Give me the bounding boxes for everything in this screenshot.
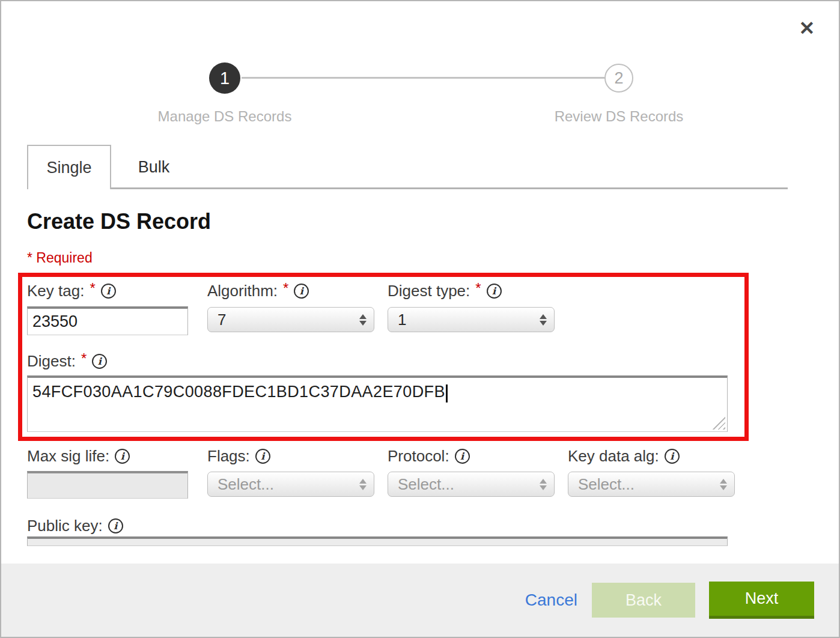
tab-single-label: Single bbox=[46, 159, 91, 177]
key-data-alg-select-value: Select... bbox=[578, 475, 635, 494]
digest-type-select[interactable]: 1 bbox=[388, 307, 555, 332]
digest-type-select-value: 1 bbox=[398, 311, 406, 329]
cancel-button[interactable]: Cancel bbox=[525, 591, 577, 610]
key-tag-input[interactable] bbox=[27, 306, 188, 335]
info-icon[interactable]: i bbox=[108, 518, 123, 533]
public-key-label-row: Public key: i bbox=[27, 516, 123, 535]
flags-select-value: Select... bbox=[218, 475, 274, 494]
required-asterisk: * bbox=[90, 280, 95, 297]
page-title: Create DS Record bbox=[27, 209, 211, 234]
tab-single[interactable]: Single bbox=[27, 145, 111, 189]
info-icon[interactable]: i bbox=[487, 284, 502, 299]
max-sig-life-input[interactable] bbox=[27, 471, 188, 499]
info-icon[interactable]: i bbox=[101, 284, 116, 299]
stepper-step-2-number: 2 bbox=[614, 69, 623, 88]
modal-footer: Cancel Back Next bbox=[1, 564, 839, 637]
select-arrows-icon bbox=[720, 479, 727, 490]
algorithm-select-value: 7 bbox=[218, 311, 226, 329]
required-asterisk: * bbox=[283, 280, 288, 297]
digest-textarea[interactable]: 54FCF030AA1C79C0088FDEC1BD1C37DAA2E70DFB bbox=[27, 375, 728, 432]
create-ds-record-modal: { "ui": { "close_glyph": "✕", "required_… bbox=[0, 0, 840, 638]
protocol-label-row: Protocol: i bbox=[388, 446, 470, 466]
info-icon[interactable]: i bbox=[115, 449, 130, 464]
algorithm-label-row: Algorithm: * i bbox=[207, 281, 309, 300]
info-icon[interactable]: i bbox=[294, 284, 309, 299]
algorithm-label: Algorithm: bbox=[207, 282, 278, 300]
digest-value: 54FCF030AA1C79C0088FDEC1BD1C37DAA2E70DFB bbox=[32, 383, 445, 401]
digest-label: Digest: bbox=[27, 352, 76, 371]
stepper-step-1-circle: 1 bbox=[209, 62, 240, 94]
stepper-step-2-circle: 2 bbox=[604, 64, 633, 93]
resize-handle-icon bbox=[712, 416, 725, 430]
digest-type-label-row: Digest type: * i bbox=[388, 281, 502, 300]
key-data-alg-select[interactable]: Select... bbox=[568, 472, 735, 497]
stepper-step-1-label: Manage DS Records bbox=[117, 108, 333, 125]
select-arrows-icon bbox=[540, 314, 547, 326]
close-button[interactable]: ✕ bbox=[793, 14, 821, 42]
required-note: * Required bbox=[27, 250, 93, 266]
required-asterisk: * bbox=[81, 350, 87, 367]
key-data-alg-label-row: Key data alg: i bbox=[568, 446, 680, 466]
text-caret bbox=[446, 384, 448, 403]
key-data-alg-label: Key data alg: bbox=[568, 447, 659, 466]
info-icon[interactable]: i bbox=[665, 449, 680, 464]
select-arrows-icon bbox=[359, 479, 367, 490]
digest-label-row: Digest: * i bbox=[27, 351, 107, 371]
close-icon: ✕ bbox=[799, 17, 815, 39]
info-icon[interactable]: i bbox=[455, 449, 470, 464]
next-button[interactable]: Next bbox=[709, 582, 814, 619]
stepper-connector bbox=[242, 77, 604, 79]
public-key-label: Public key: bbox=[27, 517, 103, 535]
max-sig-life-label: Max sig life: bbox=[27, 447, 109, 466]
key-tag-label-row: Key tag: * i bbox=[27, 281, 116, 300]
protocol-select-value: Select... bbox=[398, 475, 454, 494]
max-sig-life-label-row: Max sig life: i bbox=[27, 446, 130, 466]
select-arrows-icon bbox=[359, 314, 367, 326]
flags-label: Flags: bbox=[207, 447, 250, 466]
stepper-step-1-number: 1 bbox=[220, 68, 230, 88]
protocol-select[interactable]: Select... bbox=[388, 472, 555, 497]
public-key-textarea[interactable] bbox=[27, 536, 728, 546]
select-arrows-icon bbox=[540, 479, 547, 490]
info-icon[interactable]: i bbox=[92, 354, 107, 369]
flags-label-row: Flags: i bbox=[207, 446, 270, 466]
digest-type-label: Digest type: bbox=[388, 282, 470, 300]
protocol-label: Protocol: bbox=[388, 447, 449, 466]
back-button[interactable]: Back bbox=[592, 583, 695, 618]
tab-bulk-label: Bulk bbox=[138, 158, 170, 177]
flags-select[interactable]: Select... bbox=[207, 472, 374, 497]
algorithm-select[interactable]: 7 bbox=[207, 307, 374, 332]
tab-bulk[interactable]: Bulk bbox=[111, 145, 196, 189]
stepper-step-2-label: Review DS Records bbox=[511, 108, 727, 125]
required-asterisk: * bbox=[475, 280, 481, 297]
key-tag-label: Key tag: bbox=[27, 282, 84, 300]
info-icon[interactable]: i bbox=[255, 449, 270, 464]
